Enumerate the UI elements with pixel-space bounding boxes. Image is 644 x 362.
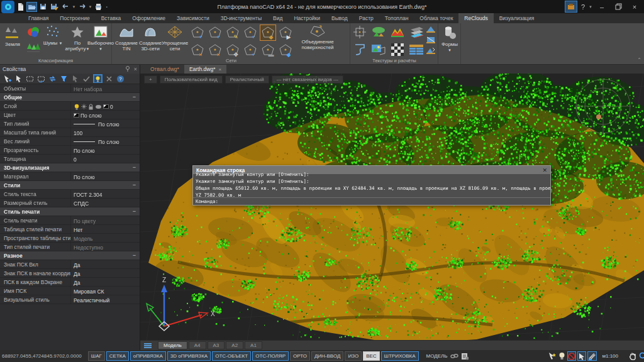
collapse-icon[interactable]: − xyxy=(133,181,140,189)
mesh-tool-icon-8[interactable]: × xyxy=(207,42,223,58)
toggle-ВЕС[interactable]: ВЕС xyxy=(363,351,379,361)
reset-icon[interactable] xyxy=(104,74,114,83)
collapse-icon[interactable]: − xyxy=(133,163,140,172)
property-value[interactable]: Нет набора xyxy=(70,84,140,92)
merge-surfaces-button[interactable]: Объединениеповерхностей xyxy=(298,25,337,56)
property-section-9[interactable]: 3D-визуализация− xyxy=(0,163,140,172)
report-table-icon[interactable] xyxy=(408,41,425,58)
property-value[interactable]: Модель xyxy=(70,234,140,242)
lasso-select-icon[interactable] xyxy=(36,74,46,83)
ribbon-tab-вид[interactable]: Вид xyxy=(267,13,288,23)
mesh-tool-icon-10[interactable]: + xyxy=(242,42,258,58)
quick-select-icon[interactable] xyxy=(70,74,80,83)
viewport-3d[interactable]: +Пользовательский видРеалистичный--- нет… xyxy=(140,74,644,340)
elevation-map-icon[interactable] xyxy=(389,24,406,40)
mesh-tool-icon-7[interactable]: × xyxy=(189,42,206,58)
marquee-select-icon[interactable] xyxy=(25,74,35,83)
redo-icon[interactable] xyxy=(77,2,87,12)
property-value[interactable]: По слою xyxy=(70,146,140,154)
cursor-box-icon[interactable] xyxy=(577,351,586,361)
checkerboard-icon[interactable] xyxy=(389,41,406,58)
mesh-tool-icon-5[interactable]: ◆ xyxy=(260,25,276,41)
ribbon-tab-3d-инструменты[interactable]: 3D-инструменты xyxy=(215,13,267,23)
link-icon[interactable] xyxy=(450,351,459,361)
ribbon-tab-вставка[interactable]: Вставка xyxy=(96,13,127,23)
open-file-icon[interactable] xyxy=(26,2,37,12)
help-circle-icon[interactable]: ? xyxy=(116,74,125,83)
ribbon-collapse-icon[interactable]: ⌃ xyxy=(637,57,641,63)
nanocad-logo[interactable] xyxy=(1,1,14,13)
toolbar-overflow-icon[interactable]: ▪ xyxy=(104,2,109,12)
property-value[interactable]: Да xyxy=(70,278,140,286)
save-as-icon[interactable] xyxy=(49,2,60,12)
mesh-tool-icon-9[interactable]: ✥ xyxy=(225,42,241,58)
properties-header[interactable]: Свойства × xyxy=(0,65,140,74)
mesh-tool-icon-3[interactable]: ✎ xyxy=(225,25,241,41)
select-icon[interactable] xyxy=(14,74,23,83)
print-icon[interactable] xyxy=(93,2,104,12)
command-input[interactable]: Команда: xyxy=(193,197,550,205)
viewport-add-view-button[interactable]: + xyxy=(144,75,157,84)
profile-curve-icon[interactable] xyxy=(352,41,368,58)
property-value[interactable]: По цвету xyxy=(70,216,140,224)
ruler-icon[interactable] xyxy=(587,351,597,361)
property-value[interactable]: 0 xyxy=(70,155,140,163)
minimize-icon[interactable]: – xyxy=(594,1,610,13)
toggle-СЕТКА[interactable]: СЕТКА xyxy=(106,351,129,361)
property-value[interactable]: Недоступно xyxy=(70,243,140,251)
sheet-tab-A4[interactable]: A4 xyxy=(189,341,206,349)
collapse-icon[interactable]: − xyxy=(133,93,140,101)
view-compass[interactable] xyxy=(573,75,633,135)
viewport-visual-style[interactable]: Реалистичный xyxy=(225,75,269,84)
mesh-tool-icon-6[interactable]: ▶ xyxy=(277,25,294,41)
help-dropdown-icon[interactable]: ▼ xyxy=(587,1,594,13)
property-section-1[interactable]: Общие− xyxy=(0,93,140,102)
toggle-ОТС-ОБЪЕКТ[interactable]: ОТС-ОБЪЕКТ xyxy=(212,351,251,361)
ribbon-tab-растр[interactable]: Растр xyxy=(353,13,379,23)
toggle-ОРТО[interactable]: ОРТО xyxy=(290,351,310,361)
earth-classify-button[interactable]: Земля xyxy=(1,25,24,56)
select-star-icon[interactable] xyxy=(547,351,557,361)
property-value[interactable]: Да xyxy=(70,260,140,268)
mesh-tool-icon-2[interactable]: + xyxy=(207,25,223,41)
doc-tab-close-icon[interactable]: × xyxy=(218,67,221,72)
mesh-tool-icon-11[interactable]: ▬ xyxy=(260,42,276,58)
property-value[interactable]: По слою xyxy=(70,119,140,128)
volume-calc-icon[interactable] xyxy=(425,23,437,34)
ribbon-tab-reclouds[interactable]: ReClouds xyxy=(458,13,493,23)
scale-indicator[interactable]: м1:100 xyxy=(602,353,618,359)
property-value[interactable]: По слою xyxy=(70,111,140,119)
doc-tab-dwg[interactable]: Отвал.dwg* xyxy=(145,65,184,74)
toggle-ШТРИХОВКА[interactable]: ШТРИХОВКА xyxy=(381,351,419,361)
mesh-tool-icon-12[interactable]: ◆ xyxy=(277,42,294,58)
filter-icon[interactable] xyxy=(59,74,69,83)
highlight-icon[interactable] xyxy=(93,74,103,83)
close-panel-icon[interactable]: × xyxy=(134,66,137,72)
plugins-icon[interactable] xyxy=(565,1,577,13)
texture-cloud-icon[interactable] xyxy=(370,24,387,40)
property-value[interactable]: По слою xyxy=(70,137,140,145)
sheet-tab-A2[interactable]: A2 xyxy=(226,341,243,349)
toggle-ОТС-ПОЛЯР[interactable]: ОТС-ПОЛЯР xyxy=(252,351,289,361)
compass-sun-marker[interactable] xyxy=(596,114,601,119)
command-line-window[interactable]: Командная строка ✕ Укажите замкнутый кон… xyxy=(192,165,551,206)
property-section-11[interactable]: Стили− xyxy=(0,181,140,190)
ribbon-tab-топоплан[interactable]: Топоплан xyxy=(379,13,414,23)
property-value[interactable]: По слою xyxy=(70,172,140,180)
collapse-icon[interactable]: − xyxy=(133,251,140,260)
restore-icon[interactable] xyxy=(610,1,626,13)
selective-classify-button[interactable]: Выборочно ▼ xyxy=(91,25,111,56)
property-value[interactable]: Мировая СК xyxy=(70,287,140,295)
create-3d-mesh-button[interactable]: Создание3D-сети xyxy=(138,25,162,56)
sheet-list-icon[interactable] xyxy=(143,342,153,349)
create-tin-button[interactable]: СозданиеTIN xyxy=(114,25,138,56)
viewport-linked-views[interactable]: --- нет связанных видов --- xyxy=(272,75,343,84)
noise-classify-button[interactable]: Шумы ▼ xyxy=(42,25,64,56)
zoom-icon[interactable] xyxy=(638,351,644,361)
by-attribute-classify-button[interactable]: По атрибуту▼ xyxy=(64,25,91,56)
space-indicator[interactable]: МОДЕЛЬ xyxy=(426,353,448,359)
sheet-tab-Модель[interactable]: Модель xyxy=(158,341,187,349)
undo-icon[interactable] xyxy=(60,2,71,12)
toggle-ШАГ[interactable]: ШАГ xyxy=(88,351,105,361)
section-calc-icon[interactable] xyxy=(425,34,437,45)
